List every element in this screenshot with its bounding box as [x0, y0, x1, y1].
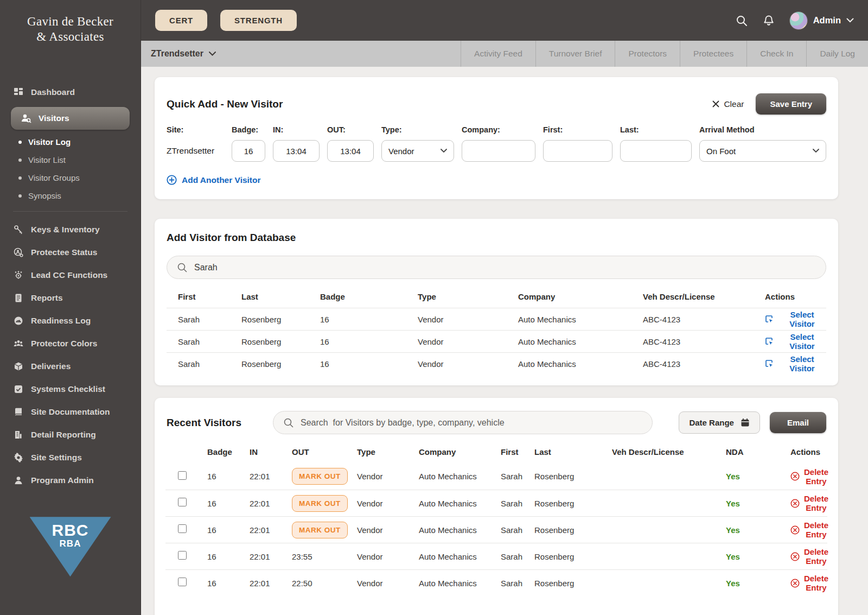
sidebar-item-visitor-groups[interactable]: Visitor Groups	[0, 169, 141, 187]
sidebar-item-visitors[interactable]: Visitors	[11, 107, 130, 130]
site-selector-dropdown[interactable]: ZTrendsetter	[142, 41, 225, 67]
row-checkbox[interactable]	[178, 498, 187, 506]
first-name-input[interactable]	[543, 140, 612, 162]
col-out: OUT	[292, 447, 357, 457]
last-name-input[interactable]	[620, 140, 692, 162]
col-type: Type	[418, 292, 518, 301]
table-row: 16 22:01 22:50 Vendor Auto Mechanics Sar…	[165, 569, 827, 596]
cell-first: Sarah	[501, 499, 534, 508]
col-company: Company	[518, 292, 643, 301]
cell-type: Vendor	[357, 525, 419, 535]
sidebar-item-protectee-status[interactable]: Protectee Status	[0, 241, 141, 264]
sidebar-item-site-documentation[interactable]: Site Documentation	[0, 401, 141, 423]
cell-last: Rosenberg	[534, 525, 612, 535]
cell-company: Auto Mechanics	[419, 552, 501, 561]
rbc-triangle-icon: RBC RBA	[30, 517, 111, 576]
db-table-header: First Last Badge Type Company Veh Descr/…	[167, 284, 826, 308]
sub-item-label: Synopsis	[28, 191, 61, 200]
recent-search-input[interactable]	[301, 418, 642, 428]
add-another-visitor-button[interactable]: Add Another Visitor	[167, 175, 261, 185]
add-another-visitor-label: Add Another Visitor	[182, 175, 261, 185]
type-select[interactable]: Vendor	[381, 140, 454, 162]
row-checkbox[interactable]	[178, 471, 187, 480]
sidebar-item-visitor-list[interactable]: Visitor List	[0, 151, 141, 169]
cell-company: Auto Mechanics	[419, 525, 501, 535]
search-icon[interactable]	[735, 14, 748, 27]
row-checkbox[interactable]	[178, 551, 187, 560]
logo-line2: & Associates	[5, 29, 135, 45]
top-bar: CERT STRENGTH Admin	[141, 0, 868, 41]
email-button[interactable]: Email	[770, 412, 826, 433]
delete-circle-x-icon	[790, 552, 800, 561]
sidebar: Gavin de Becker & Associates Dashboard V…	[0, 0, 141, 615]
cell-type: Vendor	[357, 579, 419, 588]
sidebar-item-visitor-log[interactable]: Visitor Log	[0, 133, 141, 151]
tab-activity-feed[interactable]: Activity Feed	[461, 41, 535, 67]
clear-button[interactable]: Clear	[712, 99, 744, 109]
row-checkbox[interactable]	[178, 578, 187, 586]
select-visitor-button[interactable]: Select Visitor	[765, 354, 826, 373]
sidebar-item-reports[interactable]: Reports	[0, 287, 141, 309]
tab-protectees[interactable]: Protectees	[680, 41, 746, 67]
delete-entry-button[interactable]: Delete Entry	[790, 547, 828, 566]
select-visitor-button[interactable]: Select Visitor	[765, 332, 826, 351]
sidebar-item-deliveries[interactable]: Deliveries	[0, 355, 141, 378]
protector-colors-icon	[13, 338, 24, 349]
sidebar-item-synopsis[interactable]: Synopsis	[0, 187, 141, 205]
mark-out-button[interactable]: MARK OUT	[292, 468, 348, 485]
user-menu[interactable]: Admin	[789, 11, 854, 30]
main-column: CERT STRENGTH Admin	[141, 0, 868, 615]
db-panel-title: Add Visitor from Database	[165, 230, 827, 246]
delete-circle-x-icon	[790, 499, 800, 508]
sidebar-item-lead-cc-functions[interactable]: Lead CC Functions	[0, 264, 141, 287]
delete-entry-button[interactable]: Delete Entry	[790, 574, 828, 592]
delete-entry-button[interactable]: Delete Entry	[790, 467, 828, 486]
row-checkbox[interactable]	[178, 524, 187, 533]
tab-daily-log[interactable]: Daily Log	[806, 41, 868, 67]
delete-entry-button[interactable]: Delete Entry	[790, 494, 828, 512]
sidebar-item-label: Protectee Status	[31, 248, 97, 257]
cell-company: Auto Mechanics	[419, 579, 501, 588]
out-time-input[interactable]	[327, 140, 374, 162]
cert-button[interactable]: CERT	[155, 10, 207, 31]
notifications-bell-icon[interactable]	[762, 14, 775, 27]
sidebar-item-program-admin[interactable]: Program Admin	[0, 469, 141, 492]
date-range-button[interactable]: Date Range	[679, 411, 760, 434]
sidebar-item-keys-inventory[interactable]: Keys & Inventory	[0, 218, 141, 241]
sidebar-item-site-settings[interactable]: Site Settings	[0, 446, 141, 469]
user-name: Admin	[813, 15, 841, 26]
sub-item-label: Visitor Groups	[28, 173, 80, 182]
tab-check-in[interactable]: Check In	[746, 41, 806, 67]
sidebar-item-readiness-log[interactable]: Readiness Log	[0, 309, 141, 332]
company-label: Company:	[462, 125, 535, 134]
delete-entry-button[interactable]: Delete Entry	[790, 521, 828, 539]
sidebar-item-label: Program Admin	[31, 475, 94, 485]
badge-input[interactable]	[232, 140, 265, 162]
mark-out-button[interactable]: MARK OUT	[292, 495, 348, 512]
col-actions: Actions	[790, 447, 827, 457]
table-row: Sarah Rosenberg 16 Vendor Auto Mechanics…	[167, 352, 826, 375]
save-entry-button[interactable]: Save Entry	[756, 93, 826, 115]
sidebar-item-detail-reporting[interactable]: Detail Reporting	[0, 423, 141, 446]
company-input[interactable]	[462, 140, 535, 162]
sidebar-item-protector-colors[interactable]: Protector Colors	[0, 332, 141, 355]
sidebar-item-dashboard[interactable]: Dashboard	[0, 81, 141, 104]
sidebar-divider	[13, 211, 127, 212]
table-row: Sarah Rosenberg 16 Vendor Auto Mechanics…	[167, 308, 826, 330]
cell-veh: ABC-4123	[643, 359, 765, 369]
nav-tabs: Activity Feed Turnover Brief Protectors …	[461, 41, 868, 67]
col-first: First	[501, 447, 534, 457]
db-search-input[interactable]	[194, 263, 816, 272]
mark-out-button[interactable]: MARK OUT	[292, 522, 348, 538]
readiness-log-icon	[13, 315, 24, 326]
select-visitor-button[interactable]: Select Visitor	[765, 310, 826, 328]
tab-protectors[interactable]: Protectors	[615, 41, 680, 67]
tab-turnover-brief[interactable]: Turnover Brief	[535, 41, 615, 67]
delete-entry-label: Delete Entry	[804, 521, 828, 539]
in-time-input[interactable]	[273, 140, 320, 162]
strength-button[interactable]: STRENGTH	[220, 10, 297, 31]
systems-checklist-icon	[13, 384, 24, 395]
arrival-method-select[interactable]: On Foot	[699, 140, 826, 162]
cell-out: 22:50	[292, 579, 357, 588]
sidebar-item-systems-checklist[interactable]: Systems Checklist	[0, 378, 141, 401]
